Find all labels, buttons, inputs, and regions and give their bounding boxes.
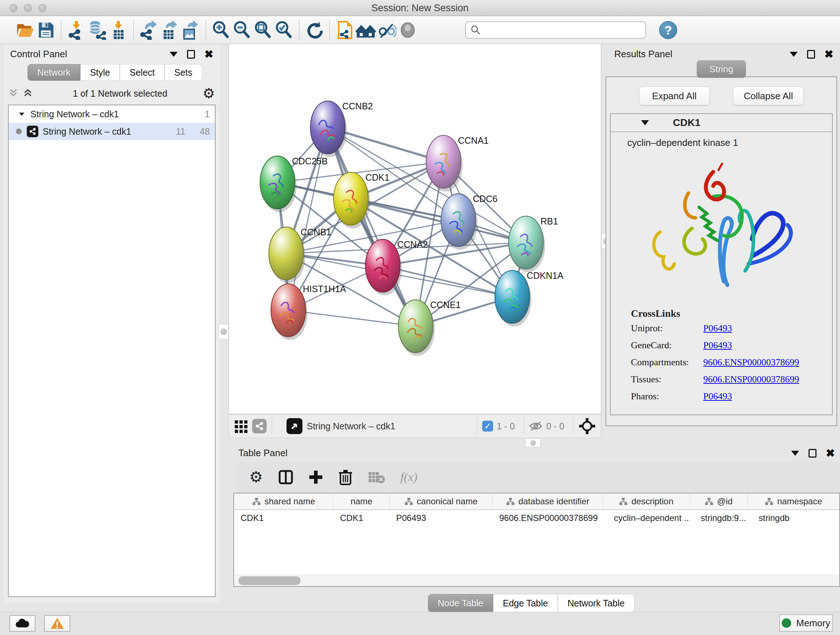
left-splitter-handle[interactable] <box>218 324 229 339</box>
zoom-fit-icon <box>253 20 273 40</box>
network-node-cdc25b[interactable] <box>260 156 295 209</box>
close-panel-icon[interactable]: ✖ <box>824 50 834 59</box>
tab-select[interactable]: Select <box>120 64 164 81</box>
network-node-hist1h1a[interactable] <box>271 284 306 337</box>
pharos-link[interactable]: P06493 <box>703 391 732 402</box>
function-builder-icon[interactable]: f(x) <box>401 470 417 484</box>
collapse-all-button[interactable]: Collapse All <box>733 87 804 105</box>
float-panel-icon[interactable] <box>808 449 816 458</box>
export-network-button[interactable] <box>138 19 159 41</box>
table-settings-gear-icon[interactable]: ⚙ <box>249 470 263 484</box>
network-node-ccna2[interactable] <box>365 239 400 292</box>
memory-button[interactable]: Memory <box>779 614 833 632</box>
network-node-cdk1[interactable] <box>333 172 368 225</box>
crosslink-row: Pharos: P06493 <box>631 391 832 402</box>
delete-table-icon[interactable] <box>368 470 385 484</box>
column-header[interactable]: namespace <box>748 494 839 509</box>
table-row[interactable]: CDK1 CDK1 P06493 9606.ENSP00000378699 cy… <box>234 510 839 527</box>
network-node-rb1[interactable] <box>508 216 543 269</box>
collection-label: String Network – cdk1 <box>30 109 119 119</box>
close-panel-icon[interactable]: ✖ <box>204 50 213 59</box>
zoom-fit-button[interactable] <box>253 19 273 41</box>
apply-layout-button[interactable] <box>304 19 325 41</box>
panel-menu-icon[interactable] <box>790 52 798 57</box>
column-header[interactable]: @id <box>690 494 748 509</box>
network-options-gear-icon[interactable]: ⚙ <box>202 87 215 100</box>
tab-network[interactable]: Network <box>27 64 80 81</box>
warnings-button[interactable] <box>44 615 70 632</box>
lens-button[interactable] <box>397 19 418 41</box>
export-network-icon <box>139 20 158 40</box>
import-network-database-button[interactable] <box>87 19 108 41</box>
save-session-button[interactable] <box>35 19 57 41</box>
export-image-button[interactable] <box>180 19 201 41</box>
show-columns-icon[interactable] <box>278 470 294 485</box>
double-home-button[interactable] <box>355 19 376 41</box>
homes-icon <box>355 20 376 40</box>
tab-node-table[interactable]: Node Table <box>428 594 493 612</box>
open-session-button[interactable] <box>14 19 35 41</box>
scrollbar-thumb[interactable] <box>238 576 301 585</box>
delete-trash-icon[interactable] <box>338 469 353 485</box>
search-input[interactable] <box>485 25 641 35</box>
zoom-selected-button[interactable] <box>273 19 294 41</box>
string-import-button[interactable] <box>334 19 355 41</box>
zoom-out-button[interactable] <box>232 19 253 41</box>
enhanced-labels-toggle-button[interactable] <box>376 19 397 41</box>
uniprot-link[interactable]: P06493 <box>703 323 732 334</box>
network-edge[interactable] <box>288 310 416 326</box>
column-header[interactable]: name <box>333 494 390 509</box>
table-panel-title: Table Panel <box>238 448 287 459</box>
fit-selected-crosshair-icon[interactable] <box>578 417 596 435</box>
tab-string[interactable]: String <box>697 60 745 78</box>
column-header[interactable]: database identifier <box>493 494 603 509</box>
collapse-arrow-icon[interactable] <box>18 111 25 118</box>
tissues-link[interactable]: 9606.ENSP00000378699 <box>703 374 799 385</box>
column-header[interactable]: canonical name <box>390 494 493 509</box>
table-horizontal-scrollbar[interactable] <box>234 575 839 586</box>
birds-eye-grid-icon[interactable] <box>234 419 248 433</box>
collapse-all-icon[interactable] <box>9 88 18 99</box>
network-edge[interactable] <box>288 127 328 310</box>
network-collection-row[interactable]: String Network – cdk1 1 <box>9 105 215 123</box>
network-graph[interactable]: CCNB2CCNA1CDC25BCDK1CDC6RB1CCNB1CCNA2CDK… <box>229 44 601 413</box>
add-column-icon[interactable] <box>309 470 323 485</box>
genecard-link[interactable]: P06493 <box>703 340 732 351</box>
expand-all-button[interactable]: Expand All <box>639 87 710 105</box>
tab-network-table[interactable]: Network Table <box>558 594 635 612</box>
export-table-button[interactable] <box>159 19 180 41</box>
import-network-file-button[interactable] <box>66 19 87 41</box>
column-header[interactable]: description <box>603 494 690 509</box>
float-panel-icon[interactable] <box>187 50 195 59</box>
network-node-cdkn1a[interactable] <box>495 271 530 323</box>
tab-sets[interactable]: Sets <box>164 64 202 81</box>
tab-edge-table[interactable]: Edge Table <box>493 594 558 612</box>
tab-style[interactable]: Style <box>80 64 120 81</box>
panel-menu-icon[interactable] <box>170 52 178 57</box>
toolbar-separator <box>61 20 62 40</box>
compartments-link[interactable]: 9606.ENSP00000378699 <box>703 357 799 368</box>
network-share-icon[interactable] <box>252 419 267 433</box>
selected-indicator-checkbox[interactable]: ✓ <box>482 421 493 432</box>
help-button[interactable]: ? <box>659 21 677 39</box>
float-panel-icon[interactable] <box>807 50 815 59</box>
network-node-ccne1[interactable] <box>398 300 433 353</box>
open-in-new-window-icon[interactable] <box>286 418 302 434</box>
network-node-ccnb1[interactable] <box>269 227 303 280</box>
network-node-ccna1[interactable] <box>426 135 461 188</box>
expand-all-icon[interactable] <box>23 88 33 99</box>
close-panel-icon[interactable]: ✖ <box>826 449 835 458</box>
network-node-ccnb2[interactable] <box>310 101 345 154</box>
network-node-cdc6[interactable] <box>441 194 476 247</box>
network-view[interactable]: CCNB2CCNA1CDC25BCDK1CDC6RB1CCNB1CCNA2CDK… <box>229 44 601 414</box>
panel-menu-icon[interactable] <box>791 451 799 456</box>
column-header[interactable]: shared name <box>234 494 333 509</box>
gene-section-header[interactable]: CDK1 <box>611 114 832 132</box>
network-row-selected[interactable]: String Network – cdk1 11 48 <box>9 123 215 140</box>
import-table-file-button[interactable] <box>108 19 129 41</box>
cloud-status-button[interactable] <box>9 615 35 632</box>
node-count: 11 <box>176 126 185 137</box>
collapse-section-icon[interactable] <box>641 120 649 125</box>
network-edge[interactable] <box>328 127 416 326</box>
zoom-in-button[interactable] <box>210 19 232 41</box>
